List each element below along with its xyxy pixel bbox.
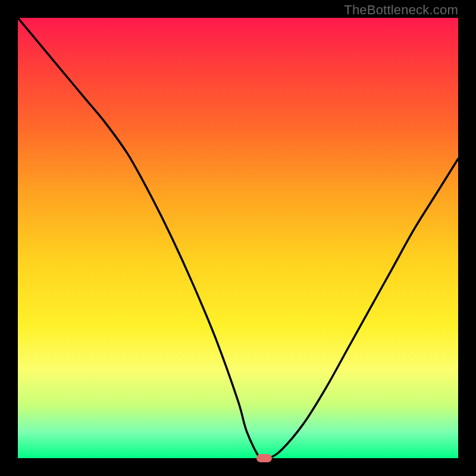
chart-frame: TheBottleneck.com (0, 0, 476, 476)
bottleneck-curve (18, 18, 458, 458)
curve-svg (18, 18, 458, 458)
plot-area (18, 18, 458, 458)
optimum-marker (256, 454, 272, 462)
attribution-text: TheBottleneck.com (344, 2, 458, 18)
